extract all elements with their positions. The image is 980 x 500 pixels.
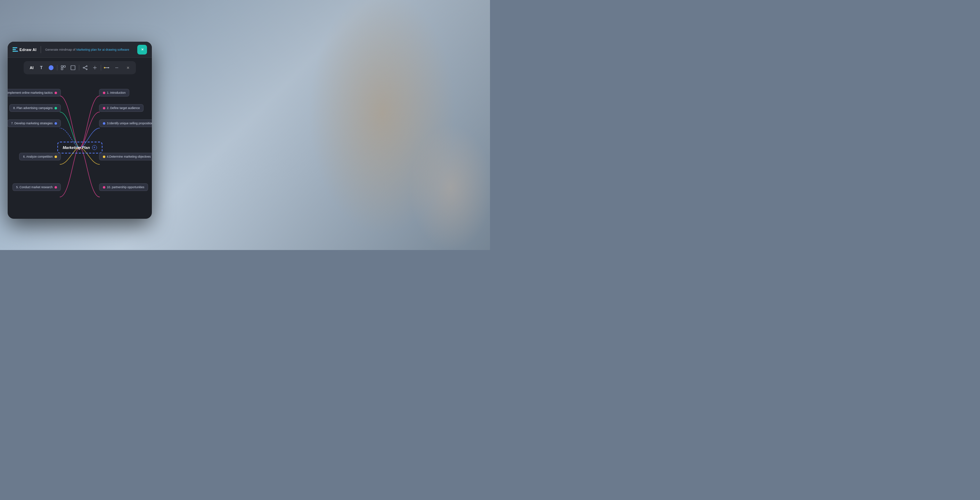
node-3-label: 3.Identify unique selling proposition [107,122,152,125]
node-9-dot [54,92,57,94]
toolbar-color-button[interactable] [46,63,56,72]
toolbar-line-button[interactable] [102,63,111,72]
svg-point-4 [83,67,84,68]
header-divider [41,46,41,53]
node-10[interactable]: 10. partnership opportunities [99,183,148,191]
app-header: Edraw AI Generate mindmap of Marketing p… [8,42,152,58]
edraw-logo: Edraw AI [13,47,37,52]
node-3[interactable]: 3.Identify unique selling proposition [99,119,152,127]
toolbar-ai-button[interactable]: AI [27,63,36,72]
node-1[interactable]: 1. Introduction [99,89,130,97]
share-icon [83,65,88,70]
node-5[interactable]: 5. Conduct market research [13,183,61,191]
header-prompt: Generate mindmap of Marketing plan for a… [45,48,135,51]
svg-marker-12 [108,67,110,68]
svg-rect-0 [61,66,63,67]
node-6[interactable]: 6. Analyze competition [19,153,60,160]
node-10-dot [103,186,105,189]
line-icon [103,66,110,69]
toolbar-share-button[interactable] [81,63,90,72]
node-4-label: 4.Determine marketing objectives [107,155,151,158]
svg-line-8 [84,68,86,70]
node-1-dot [103,92,105,94]
logo-bar-3 [13,51,18,52]
svg-point-6 [86,69,87,70]
group2-icon [70,65,75,70]
toolbar-wrap: AI T [8,58,152,76]
node-7[interactable]: 7. Develop marketing strategies [8,119,61,127]
svg-rect-1 [64,66,65,67]
node-3-dot [103,122,105,125]
toolbar-separator-3 [101,65,101,70]
node-7-label: 7. Develop marketing strategies [11,122,53,125]
svg-point-13 [104,67,105,68]
center-node[interactable]: Marketing Plan + [57,142,102,154]
node-2-label: 2. Define target audience [107,106,140,110]
app-window: Edraw AI Generate mindmap of Marketing p… [8,42,152,219]
toolbar-group1-button[interactable] [59,63,68,72]
node-7-dot [54,122,57,125]
node-5-dot [54,186,57,189]
toolbar-branch-button[interactable] [91,63,99,72]
send-icon: ✈ [139,47,145,52]
node-8-dot [54,107,57,110]
logo-bar-2 [13,49,16,50]
toolbar-group2-button[interactable] [68,63,78,72]
node-9[interactable]: 9. Implement online marketing tactics [8,89,61,97]
toolbar-close-button[interactable]: ✕ [123,63,132,72]
node-1-label: 1. Introduction [107,91,126,94]
group1-icon [61,65,66,70]
send-button[interactable]: ✈ [137,45,147,54]
center-node-label: Marketing Plan [62,146,90,150]
toolbar-text-button[interactable]: T [37,63,46,72]
node-6-label: 6. Analyze competition [23,155,52,158]
node-10-label: 10. partnership opportunities [107,186,145,189]
toolbar-more-button[interactable]: ··· [112,63,121,72]
logo-bars [13,47,18,52]
toolbar-separator-1 [57,65,57,70]
node-9-label: 9. Implement online marketing tactics [8,91,53,94]
node-5-label: 5. Conduct market research [16,186,53,189]
mindmap-area: Marketing Plan + 9. Implement online mar… [8,76,152,219]
logo-text: Edraw AI [19,48,37,52]
node-2-dot [103,107,105,110]
node-2[interactable]: 2. Define target audience [99,104,144,112]
node-4[interactable]: 4.Determine marketing objectives [99,153,152,160]
prompt-highlight: Marketing plan for ai drawing software [76,48,129,51]
toolbar-separator-2 [79,65,79,70]
svg-rect-3 [71,66,75,70]
prompt-prefix: Generate mindmap of [45,48,75,51]
node-6-dot [54,156,57,158]
center-plus-icon: + [92,145,97,150]
branch-icon [92,65,97,70]
node-8[interactable]: 8. Plan advertising campaigns [10,104,60,112]
node-8-label: 8. Plan advertising campaigns [13,106,52,110]
svg-rect-2 [61,68,63,70]
node-4-dot [103,156,105,158]
toolbar: AI T [24,61,136,74]
svg-point-5 [86,66,87,67]
logo-bar-1 [13,47,18,48]
svg-line-7 [84,66,86,68]
